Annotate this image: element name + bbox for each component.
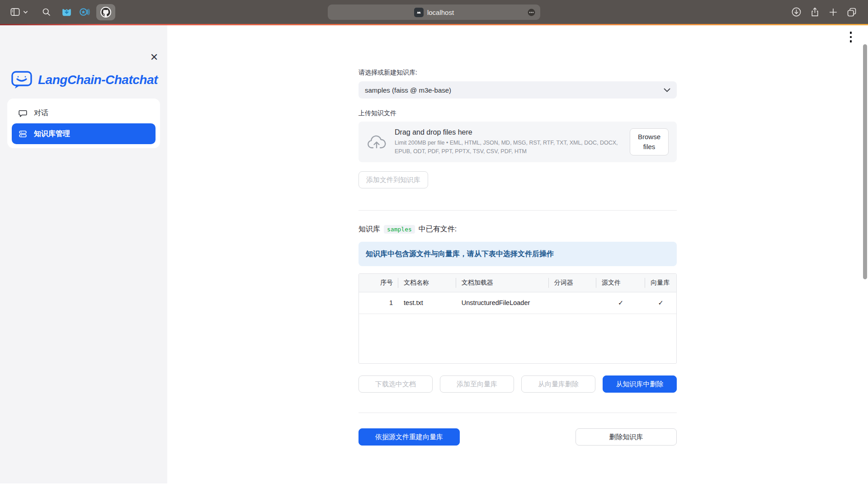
table-header[interactable]: 文档加载器 — [456, 274, 549, 292]
download-selected-button[interactable]: 下载选中文档 — [359, 375, 433, 393]
sidebar-item-chat[interactable]: 对话 — [12, 103, 156, 123]
sidebar-item-label: 知识库管理 — [34, 129, 70, 139]
app-logo: LangChain-Chatchat — [11, 70, 158, 89]
browser-toolbar: localhost — [0, 0, 868, 24]
logo-text: LangChain-Chatchat — [38, 73, 158, 87]
remove-from-vectorstore-button[interactable]: 从向量库删除 — [521, 375, 595, 393]
add-files-to-kb-button[interactable]: 添加文件到知识库 — [359, 171, 428, 188]
sidebar-toggle-icon[interactable] — [10, 7, 20, 17]
table-cell: UnstructuredFileLoader — [456, 292, 549, 314]
table-header[interactable]: 序号 — [359, 274, 398, 292]
downloads-icon[interactable] — [791, 7, 802, 17]
kb-bottom-actions: 依据源文件重建向量库 删除知识库 — [359, 428, 677, 446]
file-dropzone[interactable]: Drag and drop files here Limit 200MB per… — [359, 122, 677, 162]
sidebar-toggle-chevron-icon[interactable] — [23, 10, 28, 14]
chevron-down-icon — [664, 88, 670, 92]
site-favicon — [414, 8, 424, 17]
divider — [359, 210, 677, 211]
delete-kb-button[interactable]: 删除知识库 — [576, 428, 677, 446]
upload-label: 上传知识文件 — [359, 109, 677, 117]
extension-cat-download-icon[interactable] — [61, 6, 72, 18]
chat-bubble-icon — [18, 108, 28, 118]
app-menu-kebab-icon[interactable] — [846, 28, 855, 46]
sidebar-item-label: 对话 — [34, 108, 48, 118]
main-area: 请选择或新建知识库: samples (faiss @ m3e-base) 上传… — [167, 25, 868, 488]
dropzone-title: Drag and drop files here — [395, 128, 622, 136]
table-cell: 1 — [359, 292, 398, 314]
extension-broadcast-star-icon[interactable] — [79, 6, 90, 18]
dropzone-limit-text: Limit 200MB per file • EML, HTML, JSON, … — [395, 139, 622, 155]
browse-files-button[interactable]: Browse files — [630, 128, 669, 155]
table-cell: test.txt — [398, 292, 456, 314]
table-header[interactable]: 文档名称 — [398, 274, 456, 292]
sidebar-menu: 对话知识库管理 — [7, 99, 160, 148]
sidebar-bottom-strip — [0, 483, 167, 488]
table-cell: ✓ — [596, 292, 645, 314]
addressbar-more-icon[interactable] — [527, 8, 536, 17]
content-column: 请选择或新建知识库: samples (faiss @ m3e-base) 上传… — [359, 69, 677, 446]
kb-name-code: samples — [384, 225, 415, 234]
table-row[interactable]: 1test.txtUnstructuredFileLoader✓✓ — [359, 292, 676, 314]
delete-from-kb-button[interactable]: 从知识库中删除 — [603, 375, 677, 393]
table-header[interactable]: 向量库 — [645, 274, 676, 292]
table-cell — [549, 292, 596, 314]
tab-overview-icon[interactable] — [846, 7, 857, 18]
new-tab-icon[interactable] — [828, 7, 838, 17]
sidebar-close-icon[interactable]: ✕ — [147, 51, 161, 64]
address-bar[interactable]: localhost — [328, 5, 540, 20]
cloud-upload-icon — [367, 135, 387, 150]
kb-files-heading: 知识库 samples 中已有文件: — [359, 225, 677, 234]
github-icon — [100, 6, 112, 18]
share-icon[interactable] — [810, 7, 820, 17]
kb-selected-value: samples (faiss @ m3e-base) — [365, 86, 664, 94]
info-banner: 知识库中包含源文件与向量库，请从下表中选择文件后操作 — [359, 242, 677, 266]
table-header[interactable]: 源文件 — [596, 274, 645, 292]
add-to-vectorstore-button[interactable]: 添加至向量库 — [440, 375, 514, 393]
sidebar-item-kb-management[interactable]: 知识库管理 — [12, 123, 156, 144]
sidebar: ✕ LangChain-Chatchat 对话知识库管理 — [0, 25, 167, 488]
url-text: localhost — [427, 9, 454, 16]
file-actions-row: 下载选中文档添加至向量库从向量库删除从知识库中删除 — [359, 375, 677, 393]
rebuild-vectorstore-button[interactable]: 依据源文件重建向量库 — [359, 428, 460, 446]
kb-select-label: 请选择或新建知识库: — [359, 69, 677, 77]
page-scrollbar[interactable] — [863, 44, 867, 279]
kb-heading-prefix: 知识库 — [359, 225, 380, 234]
table-header[interactable]: 分词器 — [549, 274, 596, 292]
divider — [359, 413, 677, 413]
screen: localhost — [0, 0, 868, 488]
kb-files-table[interactable]: 序号文档名称文档加载器分词器源文件向量库 1test.txtUnstructur… — [359, 273, 677, 364]
kb-selectbox[interactable]: samples (faiss @ m3e-base) — [359, 81, 677, 99]
stack-icon — [18, 129, 28, 139]
kb-heading-suffix: 中已有文件: — [419, 225, 457, 234]
search-icon[interactable] — [42, 7, 51, 17]
logo-chat-icon — [11, 70, 33, 89]
table-cell: ✓ — [645, 292, 676, 314]
extension-github-button[interactable] — [96, 4, 115, 20]
